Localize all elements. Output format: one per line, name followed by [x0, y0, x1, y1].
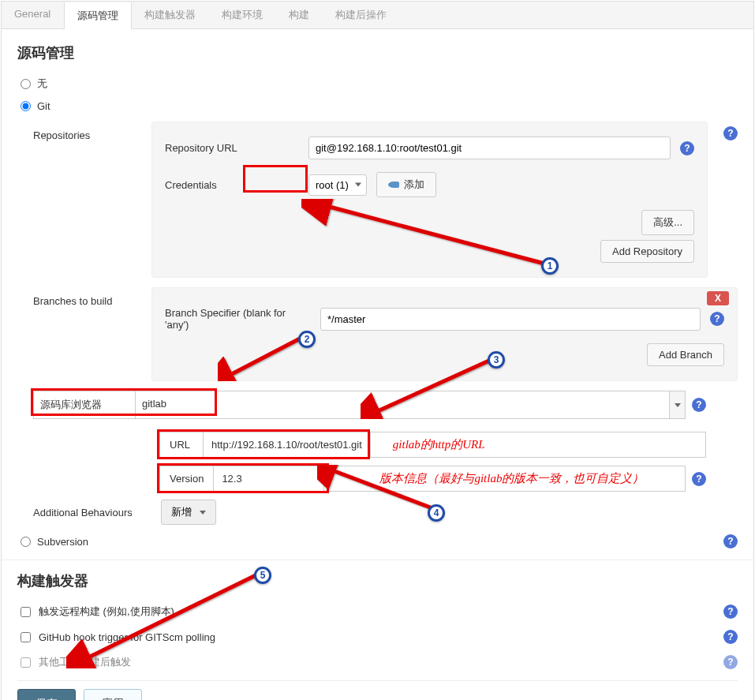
browser-version-rest: 版本信息（最好与gitlab的版本一致，也可自定义）	[324, 466, 686, 492]
annotation-badge-2: 2	[298, 331, 316, 348]
advanced-button[interactable]: 高级...	[641, 210, 694, 235]
repositories-panel: Repository URL ? Credentials root (1) 添加	[151, 122, 708, 278]
tab-triggers[interactable]: 构建触发器	[132, 2, 209, 28]
radio-git-label: Git	[37, 100, 50, 112]
section-title-triggers: 构建触发器	[17, 571, 738, 590]
save-button[interactable]: 保存	[17, 689, 76, 700]
browser-url-input[interactable]: http://192.168.1.10/root/test01.git	[204, 432, 371, 458]
trigger-github-label: GitHub hook trigger for GITScm polling	[39, 631, 215, 643]
tab-general[interactable]: General	[2, 2, 64, 28]
chevron-down-icon	[669, 391, 685, 418]
add-behaviour-button[interactable]: 新增	[161, 500, 216, 525]
tab-scm[interactable]: 源码管理	[64, 2, 132, 29]
browser-version-input[interactable]: 12.3	[214, 466, 324, 492]
radio-none-label: 无	[37, 77, 47, 91]
section-title-scm: 源码管理	[17, 43, 738, 62]
add-credentials-button[interactable]: 添加	[376, 172, 436, 197]
credentials-select[interactable]: root (1)	[308, 174, 367, 196]
annotation-badge-3: 3	[488, 351, 505, 369]
trigger-other-label: 其他工程构建后触发	[39, 655, 131, 669]
branches-panel: X Branch Specifier (blank for 'any') ? A…	[151, 287, 738, 381]
trigger-remote-checkbox[interactable]	[21, 607, 31, 617]
repo-browser-value: gitlab	[136, 391, 669, 418]
tab-post[interactable]: 构建后操作	[323, 2, 400, 28]
radio-subversion[interactable]	[21, 537, 31, 547]
add-credentials-label: 添加	[404, 178, 424, 192]
browser-url-label: URL	[159, 432, 204, 458]
repositories-label: Repositories	[33, 122, 136, 141]
help-icon[interactable]: ?	[723, 126, 738, 140]
branches-label: Branches to build	[33, 287, 136, 307]
annotation-badge-4: 4	[428, 504, 445, 522]
add-branch-button[interactable]: Add Branch	[647, 343, 724, 366]
repo-browser-select[interactable]: gitlab	[136, 391, 686, 419]
annotation-badge-1: 1	[541, 257, 559, 275]
help-icon[interactable]: ?	[723, 655, 738, 669]
repo-url-input[interactable]	[308, 137, 671, 159]
radio-subversion-label: Subversion	[37, 536, 88, 548]
help-icon[interactable]: ?	[692, 472, 706, 486]
additional-behaviours-label: Additional Behaviours	[33, 507, 151, 518]
help-icon[interactable]: ?	[723, 605, 738, 619]
branch-specifier-input[interactable]	[320, 308, 701, 331]
trigger-other-checkbox[interactable]	[21, 657, 31, 668]
key-icon	[388, 182, 399, 188]
browser-url-rest: gitlab的http的URL	[371, 432, 706, 458]
delete-branch-button[interactable]: X	[707, 291, 729, 305]
tab-env[interactable]: 构建环境	[209, 2, 276, 28]
credentials-label: Credentials	[165, 179, 299, 191]
repo-browser-label: 源码库浏览器	[33, 391, 136, 419]
apply-button[interactable]: 应用	[84, 689, 142, 700]
help-icon[interactable]: ?	[710, 312, 724, 326]
radio-none[interactable]	[21, 79, 31, 89]
trigger-remote-label: 触发远程构建 (例如,使用脚本)	[39, 605, 174, 619]
repo-url-label: Repository URL	[165, 142, 299, 154]
radio-git[interactable]	[21, 101, 31, 111]
help-icon[interactable]: ?	[692, 398, 706, 412]
url-annotation: gitlab的http的URL	[393, 437, 485, 452]
help-icon[interactable]: ?	[723, 630, 738, 644]
annotation-badge-5: 5	[254, 567, 271, 584]
help-icon[interactable]: ?	[723, 534, 738, 548]
version-annotation: 版本信息（最好与gitlab的版本一致，也可自定义）	[379, 471, 644, 486]
browser-version-label: Version	[159, 466, 214, 492]
branch-specifier-label: Branch Specifier (blank for 'any')	[165, 307, 311, 331]
trigger-github-checkbox[interactable]	[21, 632, 31, 642]
help-icon[interactable]: ?	[680, 141, 694, 155]
tab-bar: General 源码管理 构建触发器 构建环境 构建 构建后操作	[2, 2, 753, 29]
add-repository-button[interactable]: Add Repository	[600, 240, 694, 263]
tab-build[interactable]: 构建	[276, 2, 323, 28]
